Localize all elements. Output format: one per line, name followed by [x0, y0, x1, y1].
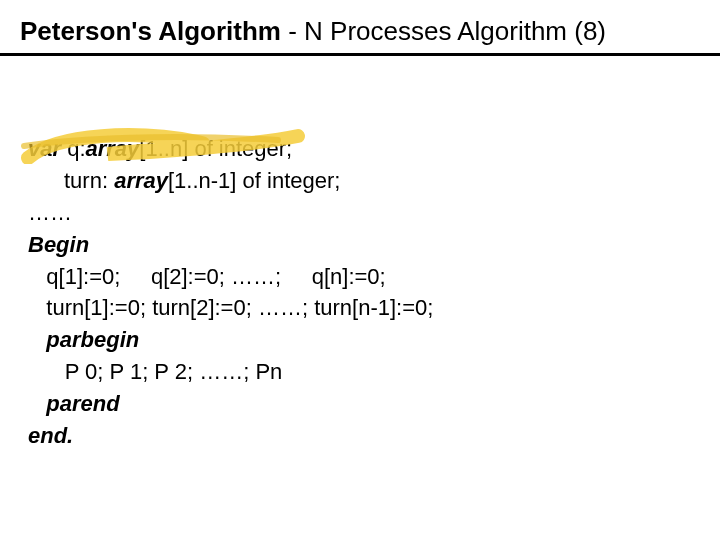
dots-line: ……: [28, 197, 700, 229]
begin-keyword: Begin: [28, 232, 89, 257]
title-underline: [20, 53, 700, 73]
code-block: var q:array[1..n] of integer; turn: arra…: [20, 133, 700, 452]
procs-line: P 0; P 1; P 2; ……; Pn: [28, 356, 700, 388]
slide: Peterson's Algorithm - N Processes Algor…: [0, 0, 720, 540]
underline-bar: [0, 53, 720, 56]
q-init-line: q[1]:=0; q[2]:=0; ……; q[n]:=0;: [28, 261, 700, 293]
parend-line: parend: [28, 388, 700, 420]
var-line: var q:array[1..n] of integer;: [28, 133, 700, 165]
begin-line: Begin: [28, 229, 700, 261]
title-rest: - N Processes Algorithm (8): [281, 16, 606, 46]
end-keyword: end.: [28, 423, 73, 448]
turn-init-line: turn[1]:=0; turn[2]:=0; ……; turn[n-1]:=0…: [28, 292, 700, 324]
parbegin-line: parbegin: [28, 324, 700, 356]
array-keyword-1: array: [86, 136, 140, 161]
title-bold: Peterson's Algorithm: [20, 16, 281, 46]
parend-keyword: parend: [46, 391, 119, 416]
turn-pre: turn:: [64, 168, 114, 193]
q-decl-pre: q:: [61, 136, 85, 161]
q-decl-post: [1..n] of integer;: [139, 136, 292, 161]
end-line: end.: [28, 420, 700, 452]
var-keyword: var: [28, 136, 61, 161]
turn-post: [1..n-1] of integer;: [168, 168, 340, 193]
slide-title: Peterson's Algorithm - N Processes Algor…: [20, 16, 700, 47]
turn-line: turn: array[1..n-1] of integer;: [28, 165, 700, 197]
parbegin-keyword: parbegin: [46, 327, 139, 352]
array-keyword-2: array: [114, 168, 168, 193]
